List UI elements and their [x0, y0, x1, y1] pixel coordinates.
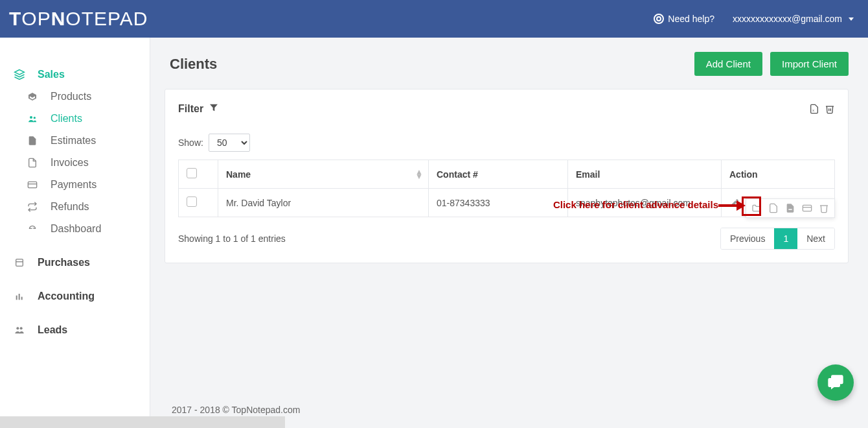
- col-contact[interactable]: Contact #: [429, 160, 568, 189]
- sort-icon: ▲▼: [415, 170, 423, 179]
- footer-text: 2017 - 2018 © TopNotepad.com: [172, 405, 300, 415]
- svg-rect-8: [19, 294, 20, 300]
- sidebar-label: Leads: [38, 324, 67, 336]
- svg-point-10: [16, 327, 19, 329]
- help-label: Need help?: [668, 14, 714, 24]
- people-icon: [13, 325, 26, 335]
- clients-table: Name ▲▼ Contact # Email Action Mr. David…: [178, 160, 835, 217]
- col-email[interactable]: Email: [568, 160, 722, 189]
- sidebar-sales[interactable]: Sales: [0, 64, 150, 86]
- file-icon: [26, 136, 39, 146]
- sidebar-item-label: Clients: [51, 113, 82, 125]
- svg-point-1: [30, 116, 32, 119]
- import-client-button[interactable]: Import Client: [770, 52, 849, 76]
- col-action: Action: [722, 160, 835, 189]
- card2-icon[interactable]: [802, 203, 812, 213]
- svg-rect-24: [803, 205, 811, 211]
- svg-rect-9: [21, 297, 23, 300]
- svg-rect-3: [28, 182, 36, 187]
- table-status: Showing 1 to 1 of 1 entries: [178, 233, 286, 244]
- svg-point-2: [34, 117, 36, 119]
- sidebar-label: Accounting: [38, 291, 95, 302]
- row-checkbox[interactable]: [187, 196, 197, 207]
- swap-icon: [26, 202, 39, 212]
- sidebar-item-label: Estimates: [51, 135, 96, 147]
- users-icon: [26, 113, 39, 124]
- svg-marker-12: [210, 104, 218, 112]
- select-all-checkbox[interactable]: [187, 168, 197, 178]
- sidebar-accounting[interactable]: Accounting: [0, 285, 150, 307]
- sidebar-item-label: Invoices: [51, 157, 89, 169]
- sidebar-item-refunds[interactable]: Refunds: [0, 196, 150, 218]
- cell-email: snapbytephotos@gmail.com: [568, 189, 722, 217]
- chevron-down-icon: [849, 18, 854, 21]
- chart-icon: [13, 291, 26, 302]
- box-icon: [13, 257, 26, 268]
- add-client-button[interactable]: Add Client: [694, 52, 762, 76]
- sidebar-item-products[interactable]: Products: [0, 86, 150, 108]
- filter-label: Filter: [178, 103, 203, 115]
- export-excel-icon[interactable]: x: [809, 104, 819, 114]
- pager: Previous 1 Next: [720, 228, 835, 250]
- help-icon: [654, 14, 664, 24]
- new-doc-icon[interactable]: [768, 203, 779, 213]
- layers-icon: [13, 69, 26, 80]
- pager-next[interactable]: Next: [797, 228, 834, 249]
- card-icon: [26, 180, 39, 190]
- sidebar-item-label: Refunds: [51, 201, 89, 213]
- sidebar-item-clients[interactable]: Clients: [0, 108, 150, 130]
- sidebar-item-label: Payments: [51, 179, 97, 191]
- sidebar-label: Sales: [38, 69, 65, 80]
- show-select[interactable]: 50: [209, 134, 250, 152]
- svg-rect-7: [16, 296, 17, 300]
- page-title: Clients: [170, 56, 217, 73]
- col-label: Name: [226, 169, 251, 180]
- svg-rect-5: [16, 259, 23, 267]
- col-name[interactable]: Name ▲▼: [218, 160, 429, 189]
- sidebar-label: Purchases: [38, 257, 90, 268]
- new-doc2-icon[interactable]: [785, 203, 795, 213]
- delete2-icon[interactable]: [819, 203, 829, 213]
- content: Clients Add Client Import Client Filter …: [150, 38, 868, 428]
- svg-text:x: x: [812, 108, 814, 112]
- cubes-icon: [26, 91, 39, 102]
- pager-page[interactable]: 1: [774, 228, 797, 249]
- sidebar: Sales Products Clients Estimates Invoice…: [0, 38, 150, 428]
- chat-fab[interactable]: [817, 364, 854, 401]
- cell-contact: 01-87343333: [429, 189, 568, 217]
- clients-card: Filter x Show: 50: [165, 89, 849, 263]
- page-icon: [26, 158, 39, 168]
- sidebar-item-label: Dashboard: [51, 223, 101, 235]
- cell-name: Mr. David Taylor: [218, 189, 429, 217]
- sidebar-item-dashboard[interactable]: Dashboard: [0, 218, 150, 240]
- pager-prev[interactable]: Previous: [721, 228, 774, 249]
- help-link[interactable]: Need help?: [654, 14, 714, 24]
- sidebar-item-label: Products: [51, 91, 91, 102]
- sidebar-purchases[interactable]: Purchases: [0, 252, 150, 274]
- sidebar-item-invoices[interactable]: Invoices: [0, 152, 150, 174]
- svg-point-11: [20, 327, 23, 329]
- table-row: Mr. David Taylor 01-87343333 snapbytepho…: [179, 189, 835, 217]
- edit-icon[interactable]: [729, 198, 740, 208]
- sidebar-item-estimates[interactable]: Estimates: [0, 130, 150, 152]
- folder-icon[interactable]: [751, 203, 762, 213]
- sidebar-leads[interactable]: Leads: [0, 319, 150, 341]
- user-menu[interactable]: xxxxxxxxxxxxx@gmail.com: [733, 14, 854, 24]
- user-email: xxxxxxxxxxxxx@gmail.com: [733, 14, 842, 24]
- topbar: TOPNOTEPAD Need help? xxxxxxxxxxxxx@gmai…: [0, 0, 868, 38]
- sidebar-item-payments[interactable]: Payments: [0, 174, 150, 196]
- show-label: Show:: [178, 137, 203, 148]
- brand-logo[interactable]: TOPNOTEPAD: [9, 8, 148, 30]
- action-popup: [746, 198, 835, 218]
- svg-marker-0: [15, 70, 25, 75]
- filter-icon[interactable]: [209, 102, 219, 115]
- chat-icon: [827, 374, 845, 392]
- gauge-icon: [26, 224, 39, 234]
- delete-icon[interactable]: [825, 104, 835, 114]
- hscroll-track[interactable]: [0, 416, 285, 428]
